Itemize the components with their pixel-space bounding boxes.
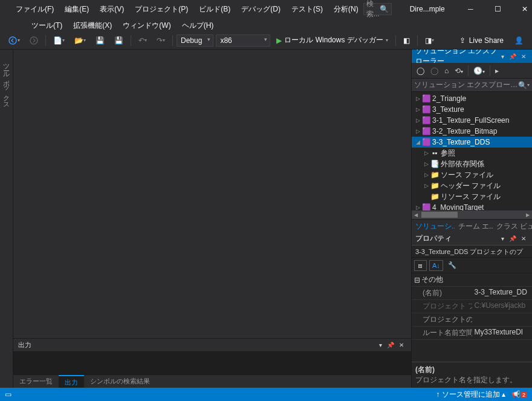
expand-icon[interactable]: ▷	[414, 117, 421, 123]
expand-icon[interactable]: ▷	[414, 96, 421, 102]
wrench-button[interactable]: 🔧	[446, 260, 459, 270]
tab-output[interactable]: 出力	[59, 375, 84, 388]
properties-object: 3-3_Texture_DDS プロジェクトのプ	[412, 246, 532, 258]
menu-view[interactable]: 表示(V)	[95, 2, 129, 17]
property-value[interactable]: C:¥Users¥jackb	[472, 300, 533, 313]
source-control-button[interactable]: ↑ ソース管理に追加 ▴	[436, 390, 505, 400]
expand-icon[interactable]: ▷	[414, 106, 421, 112]
tree-item[interactable]: ▷🟪2_Triangle	[412, 93, 532, 104]
solution-search[interactable]: ソリューション エクスプローラー の検 🔍▾	[412, 79, 532, 92]
tree-item-label: 参照	[441, 148, 455, 158]
property-value[interactable]	[472, 313, 533, 326]
scroll-left-icon[interactable]: ◀	[412, 212, 420, 218]
property-category[interactable]: ⊟ その他	[412, 273, 532, 287]
panel-close[interactable]: ✕	[519, 52, 528, 61]
menu-window[interactable]: ウィンドウ(W)	[118, 18, 175, 31]
live-share-button[interactable]: ⇪ Live Share	[455, 34, 508, 47]
output-close-button[interactable]: ✕	[397, 341, 406, 350]
sync-icon[interactable]: ⟲▾	[452, 65, 465, 77]
tree-item[interactable]: ▷🟪3_Texture	[412, 104, 532, 115]
expand-icon[interactable]: ▷	[414, 128, 421, 134]
search-box[interactable]: 検索... 🔍	[363, 3, 392, 15]
tab-team[interactable]: チーム エ...	[455, 220, 493, 232]
tree-item[interactable]: ▷🟪3-2_Texture_Bitmap	[412, 126, 532, 137]
property-value[interactable]: 3-3_Texture_DD	[472, 287, 533, 299]
tab-symbols[interactable]: シンボルの検索結果	[84, 375, 156, 388]
expand-icon[interactable]: ▷	[423, 172, 430, 178]
tree-item[interactable]: ▷📑外部依存関係	[412, 158, 532, 169]
save-all-button[interactable]: 💾	[111, 34, 127, 47]
tree-item[interactable]: ▷🟪4_MovingTarget	[412, 202, 532, 210]
menu-test[interactable]: テスト(S)	[287, 2, 328, 17]
open-button[interactable]: 📂▾	[71, 34, 89, 47]
tab-errors[interactable]: エラー一覧	[13, 375, 59, 388]
categorized-button[interactable]: 🗉	[414, 260, 427, 271]
refresh-icon[interactable]: 🕓▾	[471, 65, 487, 77]
prop-close[interactable]: ✕	[519, 234, 528, 243]
property-row[interactable]: (名前)3-3_Texture_DD	[412, 287, 532, 300]
window-icon[interactable]: ▭	[5, 390, 11, 399]
expand-icon[interactable]: ▷	[423, 150, 430, 156]
tree-item[interactable]: ◢🟪3-3_Texture_DDS	[412, 137, 532, 148]
minimize-button[interactable]: ─	[457, 1, 484, 18]
tool-button-2[interactable]: ◨▾	[421, 34, 438, 47]
tree-item[interactable]: ▷📁ヘッダー ファイル	[412, 180, 532, 191]
scroll-right-icon[interactable]: ▶	[524, 212, 532, 218]
prop-dropdown[interactable]: ▾	[499, 234, 507, 243]
expand-icon[interactable]: ▷	[414, 204, 421, 210]
more-icon[interactable]: ▸	[493, 65, 501, 77]
menu-analyze[interactable]: 分析(N)	[329, 2, 363, 17]
menu-tools[interactable]: ツール(T)	[27, 18, 67, 31]
tree-item[interactable]: ▷▪▪参照	[412, 148, 532, 158]
save-button[interactable]: 💾	[92, 34, 108, 47]
undo-button[interactable]: ↶▾	[135, 34, 151, 47]
back-button[interactable]: ▾	[5, 34, 24, 47]
close-button[interactable]: ✕	[511, 1, 532, 18]
tool-button-1[interactable]: ◧	[400, 34, 414, 47]
new-button[interactable]: 📄▾	[50, 34, 68, 47]
expand-icon[interactable]: ◢	[414, 139, 421, 145]
solution-tree[interactable]: ▷🟪2_Triangle▷🟪3_Texture▷🟪3-1_Texture_Ful…	[412, 92, 532, 210]
tree-item[interactable]: 📁リソース ファイル	[412, 191, 532, 202]
scroll-thumb[interactable]	[421, 212, 458, 218]
tree-item-label: 3-2_Texture_Bitmap	[432, 127, 497, 135]
horizontal-scrollbar[interactable]: ◀ ▶	[412, 210, 532, 219]
toolbox-tab[interactable]: ツールボックス	[1, 54, 12, 111]
menu-debug[interactable]: デバッグ(D)	[236, 2, 285, 17]
prop-pin[interactable]: 📌	[507, 234, 519, 243]
maximize-button[interactable]: ☐	[484, 1, 511, 18]
start-debug-button[interactable]: ▶ ローカル Windows デバッガー ▾	[273, 33, 391, 47]
home-icon[interactable]: ⌂	[442, 65, 451, 77]
tree-item[interactable]: ▷📁ソース ファイル	[412, 169, 532, 180]
tab-class[interactable]: クラス ビュ	[493, 220, 532, 232]
forward-icon[interactable]: ◯	[428, 65, 441, 77]
panel-pin[interactable]: 📌	[507, 52, 519, 61]
output-dropdown-button[interactable]: ▾	[377, 341, 384, 350]
expand-icon[interactable]: ▷	[423, 183, 430, 189]
menu-build[interactable]: ビルド(B)	[194, 2, 235, 17]
menu-extensions[interactable]: 拡張機能(X)	[68, 18, 117, 31]
menu-edit[interactable]: 編集(E)	[60, 2, 94, 17]
expand-icon[interactable]: ▷	[423, 161, 430, 167]
back-icon[interactable]: ◯	[414, 65, 427, 77]
property-row[interactable]: ルート名前空間My33TextureDI	[412, 327, 532, 340]
property-row[interactable]: プロジェクトの依	[412, 313, 532, 327]
notification-button[interactable]: 📢2	[511, 390, 527, 399]
account-button[interactable]: 👤	[511, 34, 527, 47]
properties-grid[interactable]: ⊟ その他 (名前)3-3_Texture_DDプロジェクト ファC:¥User…	[412, 273, 532, 362]
menu-file[interactable]: ファイル(F)	[11, 2, 59, 17]
config-combo[interactable]: Debug	[177, 34, 213, 47]
output-pin-button[interactable]: 📌	[384, 341, 397, 350]
menu-project[interactable]: プロジェクト(P)	[130, 2, 193, 17]
platform-combo[interactable]: x86	[216, 34, 270, 47]
tree-item[interactable]: ▷🟪3-1_Texture_FullScreen	[412, 115, 532, 126]
panel-dropdown[interactable]: ▾	[499, 52, 507, 61]
live-share-label: Live Share	[469, 36, 504, 45]
forward-button[interactable]	[26, 34, 42, 47]
redo-button[interactable]: ↷▾	[153, 34, 169, 47]
menu-help[interactable]: ヘルプ(H)	[177, 18, 219, 31]
tab-solution[interactable]: ソリューシ...	[412, 220, 455, 232]
property-value[interactable]: My33TextureDI	[472, 327, 533, 339]
property-row[interactable]: プロジェクト ファC:¥Users¥jackb	[412, 300, 532, 313]
alphabetical-button[interactable]: A↓	[429, 260, 443, 271]
